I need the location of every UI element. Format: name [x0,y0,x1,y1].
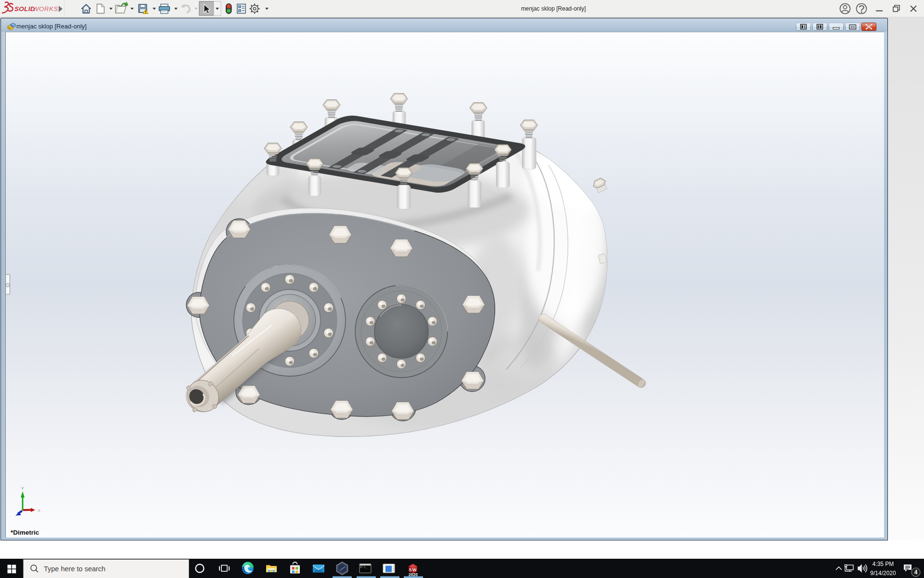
svg-text:4: 4 [914,569,918,576]
svg-text:Y: Y [21,486,25,491]
svg-text:*Dimetric: *Dimetric [11,529,39,536]
svg-text:X: X [38,508,41,513]
svg-text:C:\_: C:\_ [360,565,368,569]
svg-text:SOLID: SOLID [14,5,35,13]
svg-text:2020: 2020 [409,572,418,577]
svg-text:WORKS: WORKS [33,5,58,13]
svg-text:SW: SW [409,567,417,572]
